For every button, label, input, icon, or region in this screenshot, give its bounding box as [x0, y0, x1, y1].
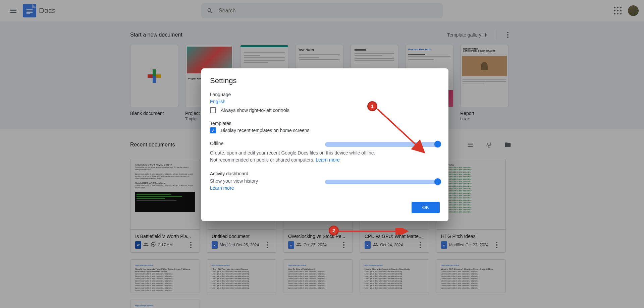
annotation-marker-1: 1 [367, 101, 377, 111]
rtl-label: Always show right-to-left controls [221, 108, 289, 113]
templates-checkbox[interactable] [210, 127, 216, 133]
rtl-checkbox[interactable] [210, 107, 216, 113]
dialog-title: Settings [210, 76, 440, 85]
annotation-arrow-1 [376, 107, 429, 158]
activity-toggle[interactable] [325, 180, 440, 184]
offline-learn-more[interactable]: Learn more [316, 157, 340, 163]
templates-label: Display recent templates on home screens [221, 128, 310, 133]
annotation-arrow-2 [339, 228, 413, 235]
offline-warning: Not recommended on public or shared comp… [210, 157, 314, 163]
language-heading: Language [210, 92, 440, 97]
offline-description: Create, open and edit your recent Google… [210, 150, 375, 156]
offline-heading: Offline [210, 141, 325, 146]
activity-heading: Activity dashboard [210, 171, 325, 176]
language-link[interactable]: English [210, 99, 225, 104]
activity-learn-more[interactable]: Learn more [210, 185, 234, 191]
ok-button[interactable]: OK [412, 202, 440, 213]
svg-line-19 [377, 109, 424, 152]
annotation-marker-2: 2 [329, 226, 339, 236]
activity-description: Show your view history [210, 178, 258, 184]
